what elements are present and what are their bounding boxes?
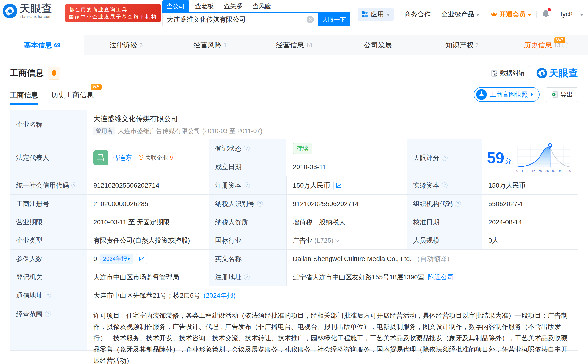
clear-search-icon[interactable]: ✕ — [307, 16, 314, 23]
search-tab-risk[interactable]: 查风险 — [248, 0, 275, 12]
field-label: 企业类型 — [10, 231, 87, 250]
apps-label: 应用 — [371, 10, 384, 19]
taxpayer-quality-cell: 增值税一般纳税人 — [287, 213, 407, 231]
official-snapshot-button[interactable]: 工商官网快照 — [474, 87, 540, 102]
menu-enterprise[interactable]: 企业级产品 — [441, 10, 480, 19]
tab-operation-info[interactable]: 经营信息18 — [252, 35, 336, 55]
tab-company-development[interactable]: 公司发展 — [336, 35, 420, 55]
company-name-cell: 大连盛维文化传媒有限公司 曾用名 大连市盛维广告传媒有限公司 (2010-03 … — [87, 110, 578, 139]
table-row: 通信地址? 大连市中山区先锋巷21号；楼2层6号 (2024年报) — [10, 286, 578, 305]
nearby-companies-link[interactable]: 附近公司 — [428, 273, 454, 282]
mail-address-cell: 大连市中山区先锋巷21号；楼2层6号 (2024年报) — [87, 286, 578, 305]
search-tab-relation[interactable]: 查关系 — [220, 0, 247, 12]
mail-address-report-link[interactable]: (2024年报) — [203, 291, 236, 300]
watermark-brand-logo: 天眼查 — [536, 66, 578, 79]
help-icon[interactable]: ? — [257, 201, 263, 207]
business-info-table: 企业名称 大连盛维文化传媒有限公司 曾用名 大连市盛维广告传媒有限公司 (201… — [10, 110, 578, 351]
help-icon[interactable]: ? — [45, 311, 51, 317]
page: 天眼查 TianYanCha.com 都在用的商业查询工具 国家中小企业发展子基… — [0, 0, 588, 364]
field-label: 英文名称 — [209, 250, 287, 268]
help-icon[interactable]: ? — [45, 292, 51, 298]
field-label: 国标行业 — [209, 231, 287, 250]
tab-basic-info[interactable]: 基本信息69 — [0, 35, 84, 55]
brand-domain: TianYanCha.com — [20, 15, 52, 19]
help-icon[interactable]: ? — [442, 155, 448, 161]
capital-trend-icon[interactable] — [333, 181, 344, 190]
company-name: 大连盛维文化传媒有限公司 — [93, 114, 178, 124]
tab-history-info[interactable]: VIP 历史信息13 ? — [504, 35, 588, 55]
tab-intellectual-property[interactable]: 知识产权2 — [420, 35, 504, 55]
table-row: 统一社会信用代码? 912102025506202714 注册资本? 150万人… — [10, 176, 578, 195]
notification-bell[interactable] — [542, 9, 550, 20]
promo-line-1: 都在用的商业查询工具 — [69, 6, 157, 13]
paid-capital-cell: 150万人民币 — [482, 176, 578, 195]
help-icon[interactable]: ? — [442, 182, 448, 188]
logo-swirl-icon — [2, 4, 17, 19]
tianyancha-logo[interactable]: 天眼查 TianYanCha.com — [2, 3, 52, 19]
org-code-cell: 55062027-1 — [482, 195, 578, 213]
vip-badge: VIP — [91, 84, 102, 90]
score-cell: 59 分 — [482, 139, 578, 176]
help-icon[interactable]: ? — [244, 182, 250, 188]
apps-menu[interactable]: 应用 — [358, 7, 394, 21]
field-label: 组织机构代码? — [407, 195, 482, 213]
reg-authority-cell: 大连市中山区市场监督管理局 — [87, 268, 209, 286]
chevron-down-icon — [580, 14, 584, 16]
insured-trend-icon[interactable] — [136, 254, 147, 264]
field-label: 纳税人资质 — [209, 213, 287, 231]
help-icon[interactable]: ? — [455, 201, 461, 207]
field-label: 人员规模 — [407, 231, 482, 250]
search-area: 查公司 查老板 查关系 查风险 ✕ 天眼一下 — [162, 2, 350, 26]
arrow-right-icon — [531, 92, 533, 97]
business-scope-cell: 许可项目：住宅室内装饰装修，各类工程建设活动（依法须经批准的项目，经相关部门批准… — [87, 305, 578, 351]
top-menu: 应用 商务合作 企业级产品 开通会员 — [358, 7, 584, 21]
search-box: ✕ 天眼一下 — [162, 12, 350, 26]
expand-industry-icon[interactable] — [335, 238, 340, 242]
taxpayer-id-cell: 912102025506202714 — [287, 195, 407, 213]
english-name-cell: Dalian Shengwei Culture Media Co., Ltd. … — [287, 250, 578, 268]
data-correction-button[interactable]: 数据纠错 — [486, 66, 530, 80]
user-menu[interactable]: tyc8... — [561, 11, 584, 18]
legal-rep-name-link[interactable]: 马连东 — [112, 153, 132, 162]
search-button[interactable]: 天眼一下 — [318, 13, 350, 26]
subtab-history-business-info[interactable]: VIP 历史工商信息 — [51, 90, 94, 105]
staff-size-cell: 0人 — [482, 231, 578, 250]
brand-name: 天眼查 — [20, 3, 52, 14]
company-nav-tabs: 基本信息69 法律诉讼3 经营风险1 经营信息18 公司发展 知识产权2 VIP… — [0, 35, 588, 55]
chevron-down-icon — [528, 14, 531, 16]
table-row: 参保人数 0 2024年报 英文名称 Dalian Shengwei Cultu… — [10, 250, 578, 268]
help-icon[interactable]: ? — [244, 274, 250, 280]
app-grid-icon — [361, 11, 368, 18]
section-title: 工商信息 — [10, 67, 44, 79]
establish-date-cell: 2010-03-11 — [287, 158, 407, 176]
help-icon[interactable]: ? — [71, 182, 77, 188]
table-row: 法定代表人 马 马连东 关联企业 9 — [10, 139, 578, 176]
field-label: 参保人数 — [10, 250, 87, 268]
tab-operation-risk[interactable]: 经营风险1 — [168, 35, 252, 55]
legal-rep-avatar[interactable]: 马 — [93, 150, 108, 165]
menu-open-vip[interactable]: 开通会员 — [490, 10, 531, 19]
search-tab-company[interactable]: 查公司 — [162, 0, 189, 12]
field-label: 工商注册号 — [10, 195, 87, 213]
menu-cooperation[interactable]: 商务合作 — [404, 10, 431, 19]
business-scope-text: 许可项目：住宅室内装饰装修，各类工程建设活动（依法须经批准的项目，经相关部门批准… — [93, 310, 572, 364]
bell-icon — [51, 70, 57, 77]
subscribe-bell-button[interactable] — [48, 66, 60, 80]
subtab-business-info[interactable]: 工商信息 — [10, 90, 38, 105]
annual-report-link[interactable]: 2024年报 — [100, 254, 133, 264]
industry-cell: 广告业 (L725) — [287, 231, 407, 250]
field-label: 登记机关 — [10, 268, 87, 286]
table-row: 企业类型 有限责任公司(自然人投资或控股) 国标行业 广告业 (L725) 人员… — [10, 231, 578, 250]
company-type-cell: 有限责任公司(自然人投资或控股) — [87, 231, 209, 250]
field-label: 注册资本? — [209, 176, 287, 195]
field-label: 经营范围? — [10, 305, 87, 351]
search-tab-boss[interactable]: 查老板 — [191, 0, 218, 12]
related-companies-badge[interactable]: 关联企业 9 — [136, 153, 176, 163]
help-icon[interactable]: ? — [562, 42, 568, 48]
tab-legal-proceedings[interactable]: 法律诉讼3 — [84, 35, 168, 55]
data-correction-icon — [491, 70, 498, 77]
search-input[interactable] — [163, 13, 299, 26]
export-button[interactable]: 导出 — [546, 87, 578, 102]
related-network-icon — [139, 156, 144, 160]
help-icon[interactable]: ? — [244, 146, 249, 151]
